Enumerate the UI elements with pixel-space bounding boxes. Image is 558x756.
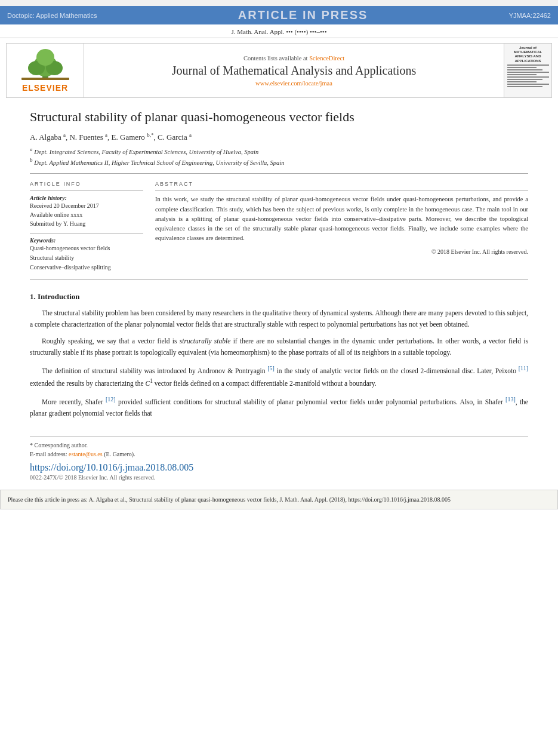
left-col: ARTICLE INFO Article history: Received 2… [30,181,143,272]
footnote-copyright: 0022-247X/© 2018 Elsevier Inc. All right… [30,474,528,481]
thumb-line-5 [507,74,537,75]
divider-2 [30,279,528,280]
abstract-box: In this work, we study the structural st… [155,190,528,254]
received-text: Received 20 December 2017 [30,201,143,210]
keyword-2: Structural stability [30,253,143,263]
article-in-press-label: ARTICLE IN PRESS [97,8,508,22]
intro-para-4: More recently, Shafer [12] provided suff… [30,395,528,419]
journal-center: Contents lists available at ScienceDirec… [84,44,504,97]
citation-line: J. Math. Anal. Appl. ••• (••••) •••–••• [0,24,558,38]
intro-para-1: The structural stability problem has bee… [30,308,528,330]
ref-13-link[interactable]: [13] [505,396,516,402]
footnote-corresponding: * Corresponding author. [30,441,528,450]
elsevier-tree-icon [21,49,69,82]
intro-para-2: Roughly speaking, we say that a vector f… [30,336,528,358]
elsevier-text: ELSEVIER [22,83,68,93]
ref-5-link[interactable]: [5] [267,365,275,371]
keywords-box: Keywords: Quasi-homogeneous vector field… [30,233,143,272]
journal-header: ELSEVIER Contents lists available at Sci… [6,43,552,98]
thumb-line-10 [507,86,543,87]
journal-url[interactable]: www.elsevier.com/locate/jmaa [255,80,332,87]
thumb-line-1 [507,64,549,66]
doi-link[interactable]: https://doi.org/10.1016/j.jmaa.2018.08.0… [30,462,193,472]
doctopic-label: Doctopic: Applied Mathematics [7,12,97,19]
submitted-text: Submitted by Y. Huang [30,219,143,228]
thumb-line-8 [507,81,537,82]
contents-line: Contents lists available at ScienceDirec… [243,55,344,62]
page: Doctopic: Applied Mathematics ARTICLE IN… [0,6,558,756]
top-banner: Doctopic: Applied Mathematics ARTICLE IN… [0,6,558,24]
yjmaa-id: YJMAA:22462 [509,12,551,19]
intro-heading: 1. Introduction [30,292,528,302]
main-content: Structural stability of planar quasi-hom… [0,109,558,481]
svg-point-4 [36,49,54,66]
thumb-line-2 [507,67,537,68]
abstract-text: In this work, we study the structural st… [155,195,528,243]
thumb-line-9 [507,84,549,85]
bottom-citation: Please cite this article in press as: A.… [0,490,558,509]
abstract-copyright: © 2018 Elsevier Inc. All rights reserved… [155,248,528,255]
svg-rect-5 [21,78,69,80]
divider-1 [30,173,528,174]
thumb-line-3 [507,69,543,70]
sciencedirect-link[interactable]: ScienceDirect [309,55,344,62]
email-link[interactable]: estante@us.es [69,451,103,457]
affiliation-a: a Dept. Integrated Sciences, Faculty of … [30,146,528,156]
thumb-line-6 [507,76,549,78]
history-group: Article history: Received 20 December 20… [30,195,143,228]
thumb-line-7 [507,79,543,80]
thumb-lines [507,64,549,88]
keywords-title: Keywords: [30,237,143,244]
available-text: Available online xxxx [30,210,143,219]
history-title: Article history: [30,195,143,201]
footnote-email: E-mail address: estante@us.es (E. Gamero… [30,450,528,459]
article-info-label: ARTICLE INFO [30,181,143,187]
footnote-area: * Corresponding author. E-mail address: … [30,437,528,481]
article-info-box: Article history: Received 20 December 20… [30,190,143,228]
journal-title-header: Journal of Mathematical Analysis and App… [172,64,416,78]
ref-11-link[interactable]: [11] [519,365,528,371]
journal-thumbnail: Journal ofMATHEMATICALANALYSIS ANDAPPLIC… [504,44,551,97]
keyword-1: Quasi-homogeneous vector fields [30,244,143,253]
article-title: Structural stability of planar quasi-hom… [30,109,528,126]
ref-12-link[interactable]: [12] [106,396,116,402]
elsevier-logo: ELSEVIER [7,44,84,97]
right-col: ABSTRACT In this work, we study the stru… [155,181,528,272]
authors-line: A. Algaba a, N. Fuentes a, E. Gamero b,*… [30,132,528,142]
two-col-section: ARTICLE INFO Article history: Received 2… [30,181,528,272]
keyword-3: Conservative–dissipative splitting [30,263,143,272]
thumb-title: Journal ofMATHEMATICALANALYSIS ANDAPPLIC… [514,46,542,63]
affiliations: a Dept. Integrated Sciences, Faculty of … [30,146,528,168]
affiliation-b: b Dept. Applied Mathematics II, Higher T… [30,156,528,167]
intro-para-3: The definition of structural stability w… [30,364,528,389]
abstract-label: ABSTRACT [155,181,528,187]
thumb-line-4 [507,72,549,73]
